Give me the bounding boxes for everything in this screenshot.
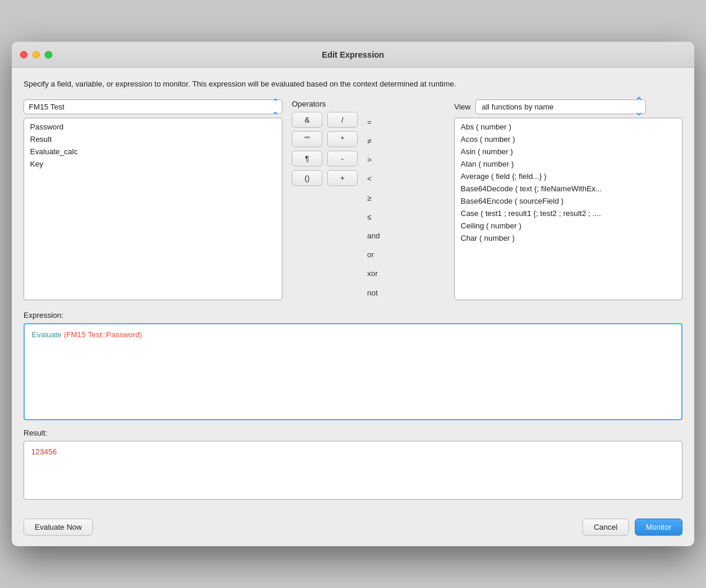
expression-textarea[interactable]: Evaluate (FM15 Test::Password) [24,323,682,420]
field-panel: FM15 Test Other Table ⌃⌄ Password Result… [24,99,282,300]
expr-field-reference: FM15 Test::Password [66,330,140,339]
expr-close-paren: ) [139,330,142,339]
cancel-button[interactable]: Cancel [582,519,628,536]
field-select-wrapper: FM15 Test Other Table ⌃⌄ [24,99,282,114]
op-greaterequal[interactable]: ≥ [362,189,385,208]
operators-label: Operators [292,99,445,108]
op-buttons-col2: / * - + [327,112,358,303]
function-average[interactable]: Average ( field {; field...} ) [455,170,682,182]
result-label: Result: [24,428,682,437]
functions-list: Abs ( number ) Acos ( number ) Asin ( nu… [454,118,682,300]
op-greater[interactable]: > [362,151,385,170]
field-selector[interactable]: FM15 Test Other Table [24,99,282,114]
op-parens[interactable]: () [292,170,322,186]
field-item-evaluate-calc[interactable]: Evaluate_calc [24,145,282,158]
op-not[interactable]: not [362,284,385,303]
field-list: Password Result Evaluate_calc Key [24,118,282,300]
op-ampersand[interactable]: & [292,112,322,128]
op-equals[interactable]: = [362,113,385,132]
op-less[interactable]: < [362,170,385,188]
op-symbols-col: = ≠ > < ≥ ≤ and or xor not [362,112,385,303]
op-buttons-col1: & "" ¶ () [292,112,322,303]
traffic-lights [20,51,52,58]
edit-expression-dialog: Edit Expression Specify a field, variabl… [12,42,694,546]
result-box: 123456 [24,441,682,500]
field-item-password[interactable]: Password [24,121,282,133]
function-base64encode[interactable]: Base64Encode ( sourceField ) [455,195,682,207]
function-base64decode[interactable]: Base64Decode ( text {; fileNameWithEx... [455,182,682,195]
function-case[interactable]: Case ( test1 ; result1 {; test2 ; result… [455,207,682,220]
dialog-title: Edit Expression [322,50,384,59]
right-buttons: Cancel Monitor [582,519,682,536]
op-notequals[interactable]: ≠ [362,132,385,151]
operators-grid: & "" ¶ () / * - + = ≠ > [292,112,445,303]
op-lessequal[interactable]: ≤ [362,208,385,227]
op-xor[interactable]: xor [362,264,385,283]
op-paragraph[interactable]: ¶ [292,151,322,167]
maximize-button[interactable] [45,51,52,58]
expression-label: Expression: [24,311,682,320]
function-asin[interactable]: Asin ( number ) [455,145,682,158]
op-plus[interactable]: + [327,170,358,186]
title-bar: Edit Expression [12,42,694,68]
op-divide[interactable]: / [327,112,358,128]
function-char[interactable]: Char ( number ) [455,232,682,244]
view-selector[interactable]: all functions by name all functions by t… [475,99,646,114]
result-value: 123456 [31,447,56,456]
top-section: FM15 Test Other Table ⌃⌄ Password Result… [24,99,682,303]
op-quotes[interactable]: "" [292,131,322,147]
op-and[interactable]: and [362,227,385,245]
field-item-key[interactable]: Key [24,158,282,170]
close-button[interactable] [20,51,28,58]
view-label: View [454,102,471,111]
view-row: View all functions by name all functions… [454,99,682,114]
function-acos[interactable]: Acos ( number ) [455,133,682,145]
op-minus[interactable]: - [327,151,358,167]
field-selector-row: FM15 Test Other Table ⌃⌄ [24,99,282,114]
result-section: Result: 123456 [24,428,682,500]
description-text: Specify a field, variable, or expression… [24,78,682,90]
dialog-body: Specify a field, variable, or expression… [12,68,694,510]
function-abs[interactable]: Abs ( number ) [455,121,682,133]
minimize-button[interactable] [32,51,40,58]
functions-panel: View all functions by name all functions… [454,99,682,300]
op-or[interactable]: or [362,245,385,264]
view-select-wrapper: all functions by name all functions by t… [475,99,646,114]
function-atan[interactable]: Atan ( number ) [455,158,682,170]
op-multiply[interactable]: * [327,131,358,147]
monitor-button[interactable]: Monitor [635,519,682,536]
bottom-bar: Evaluate Now Cancel Monitor [12,510,694,546]
function-ceiling[interactable]: Ceiling ( number ) [455,220,682,232]
operators-panel: Operators & "" ¶ () / * - + [292,99,445,303]
evaluate-now-button[interactable]: Evaluate Now [24,519,93,536]
expr-function-name: Evaluate [32,330,62,339]
field-item-result[interactable]: Result [24,133,282,145]
expression-section: Expression: Evaluate (FM15 Test::Passwor… [24,311,682,420]
